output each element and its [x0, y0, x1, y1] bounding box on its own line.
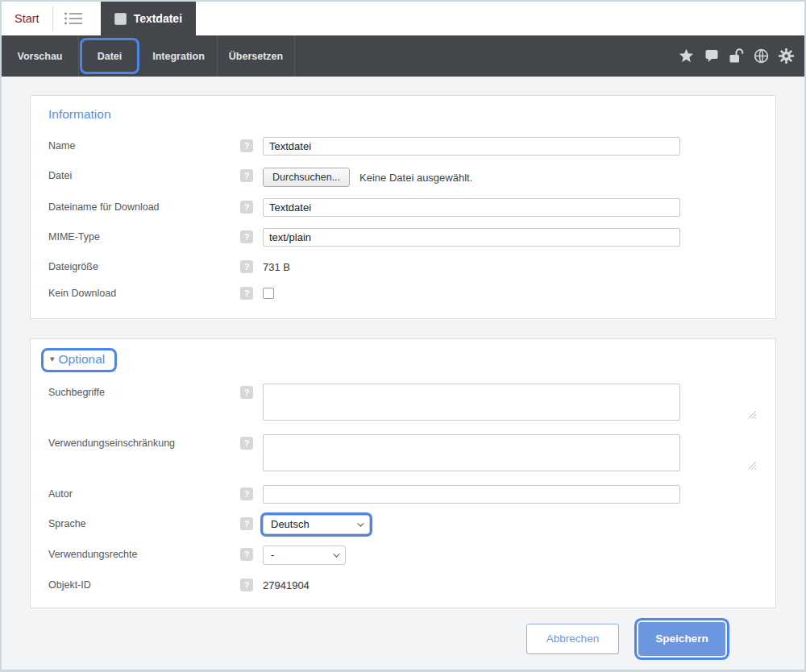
usage-rights-select[interactable]: - [263, 545, 346, 565]
field-label: Dateigröße [48, 258, 240, 272]
comment-icon[interactable] [704, 48, 719, 64]
field-label: MIME-Type [48, 228, 240, 243]
main-content: Information Name ? Datei ? Durchsuchen..… [2, 77, 804, 670]
help-icon[interactable]: ? [240, 260, 253, 273]
chevron-down-icon [333, 550, 339, 557]
no-download-checkbox[interactable] [263, 288, 274, 299]
app-window: Start Textdatei Vorschau Datei Integrati… [0, 0, 806, 672]
resize-grip-icon[interactable] [747, 461, 756, 470]
tab-strip: Start Textdatei [2, 2, 804, 35]
list-icon [64, 11, 84, 26]
filesize-value: 731 B [263, 258, 758, 273]
help-icon[interactable]: ? [240, 201, 253, 214]
usage-restriction-textarea[interactable] [263, 434, 680, 471]
field-row-language: Sprache ? Deutsch [48, 515, 758, 534]
language-select[interactable]: Deutsch [263, 515, 370, 534]
chevron-down-icon [357, 520, 364, 526]
help-icon[interactable]: ? [240, 139, 253, 152]
tab-textdatei[interactable]: Textdatei [101, 2, 196, 35]
field-row-name: Name ? [48, 137, 758, 156]
optional-panel: ▾ Optional Suchbegriffe ? Verwendungsein… [30, 338, 776, 608]
star-icon[interactable] [679, 48, 694, 64]
field-label: Verwendungseinschränkung [48, 434, 240, 449]
gear-icon[interactable] [779, 48, 794, 64]
field-row-filesize: Dateigröße ? 731 B [48, 258, 758, 273]
information-panel: Information Name ? Datei ? Durchsuchen..… [30, 95, 776, 319]
object-list-button[interactable] [53, 2, 94, 35]
field-label: Objekt-ID [48, 576, 240, 591]
language-select-value: Deutsch [271, 518, 310, 530]
help-icon[interactable]: ? [240, 517, 253, 530]
section-navbar: Vorschau Datei Integration Übersetzen [2, 35, 804, 77]
file-status-text: Keine Datei ausgewählt. [359, 172, 472, 184]
field-row-object-id: Objekt-ID ? 27941904 [48, 576, 758, 591]
information-title: Information [48, 107, 758, 122]
cancel-button[interactable]: Abbrechen [526, 624, 619, 654]
resize-grip-icon[interactable] [747, 410, 756, 419]
object-id-value: 27941904 [263, 576, 758, 591]
nav-item-uebersetzen[interactable]: Übersetzen [218, 35, 295, 77]
download-filename-input[interactable] [263, 198, 680, 217]
field-label: Datei [48, 167, 240, 181]
tab-textdatei-label: Textdatei [134, 12, 182, 25]
field-row-restriction: Verwendungseinschränkung ? [48, 434, 758, 471]
browse-file-button[interactable]: Durchsuchen... [263, 168, 350, 187]
field-label: Name [48, 137, 240, 151]
field-label: Kein Download [48, 284, 240, 299]
help-icon[interactable]: ? [240, 487, 253, 500]
help-icon[interactable]: ? [240, 579, 253, 591]
keywords-textarea[interactable] [263, 384, 680, 421]
help-icon[interactable]: ? [240, 287, 253, 300]
help-icon[interactable]: ? [240, 386, 253, 399]
field-row-download-name: Dateiname für Download ? [48, 198, 758, 217]
field-label: Autor [48, 485, 240, 500]
field-label: Sprache [48, 515, 240, 529]
lock-open-icon[interactable] [729, 48, 744, 64]
field-row-keywords: Suchbegriffe ? [48, 384, 758, 421]
nav-item-datei[interactable]: Datei [80, 38, 139, 74]
form-footer: Abbrechen Speichern [30, 608, 776, 656]
help-icon[interactable]: ? [240, 548, 253, 561]
field-row-datei: Datei ? Durchsuchen... Keine Datei ausge… [48, 167, 758, 187]
field-label: Suchbegriffe [48, 384, 240, 398]
field-row-author: Autor ? [48, 485, 758, 504]
help-icon[interactable]: ? [240, 437, 253, 450]
mime-type-input[interactable] [263, 228, 680, 247]
file-object-icon [114, 13, 127, 25]
field-label: Verwendungsrechte [48, 545, 240, 560]
name-input[interactable] [263, 137, 680, 156]
usage-rights-select-value: - [271, 549, 274, 561]
field-row-mime: MIME-Type ? [48, 228, 758, 247]
help-icon[interactable]: ? [240, 169, 253, 182]
field-label: Dateiname für Download [48, 198, 240, 213]
field-row-rights: Verwendungsrechte ? - [48, 545, 758, 565]
author-input[interactable] [263, 485, 680, 504]
tab-start[interactable]: Start [2, 2, 52, 35]
toolbar-icons [679, 35, 804, 77]
nav-item-vorschau[interactable]: Vorschau [2, 35, 79, 77]
collapse-caret-icon: ▾ [50, 354, 55, 364]
optional-section-toggle[interactable]: ▾ Optional [41, 348, 117, 372]
save-button[interactable]: Speichern [638, 622, 725, 656]
optional-title: Optional [59, 352, 106, 367]
field-row-no-download: Kein Download ? [48, 284, 758, 302]
help-icon[interactable]: ? [240, 230, 253, 243]
globe-icon[interactable] [754, 48, 769, 64]
nav-item-integration[interactable]: Integration [140, 35, 218, 77]
